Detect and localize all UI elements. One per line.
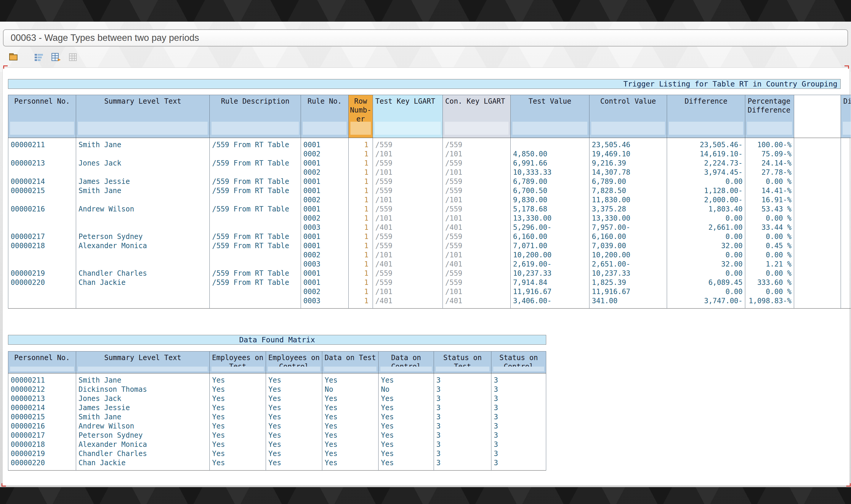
- column-header-rule-no[interactable]: Rule No.: [301, 95, 349, 138]
- cell-emp_control: Yes: [266, 449, 322, 458]
- matrix-table-row[interactable]: 00000218Alexander MonicaYesYesYesYes33: [8, 440, 546, 449]
- column-header-control-value[interactable]: Control Value: [589, 95, 667, 138]
- header-subcell: [78, 366, 208, 371]
- spreadsheet-icon[interactable]: [66, 51, 80, 64]
- cell-status_control: 3: [492, 394, 546, 403]
- cell-rule_desc: [210, 260, 301, 269]
- cell-row_num: 1: [349, 204, 373, 214]
- cell-pct_diff: 100.00-%: [745, 138, 794, 149]
- cell-personnel: 00000217: [8, 232, 76, 241]
- trigger-table-row[interactable]: 00000220Chan Jackie/559 From RT Table000…: [8, 278, 851, 287]
- cell-dif_cut: [841, 232, 851, 241]
- matrix-header-data-on-control[interactable]: Data on Control: [378, 352, 434, 373]
- column-header-rule-description[interactable]: Rule Description: [210, 95, 301, 138]
- matrix-table-row[interactable]: 00000219Chandler CharlesYesYesYesYes33: [8, 449, 546, 458]
- cell-personnel: [8, 195, 76, 204]
- trigger-table-row[interactable]: 00031/401/4015,296.00-7,957.00-2,661.003…: [8, 223, 851, 232]
- cell-personnel: [8, 214, 76, 223]
- trigger-table-row[interactable]: 00000217Peterson Sydney/559 From RT Tabl…: [8, 232, 851, 241]
- column-header-label: Difference: [668, 97, 744, 106]
- column-header-label: Test Key LGART: [375, 97, 441, 106]
- decor-band-top: [0, 0, 851, 22]
- cell-test_key: /101: [373, 287, 443, 296]
- cell-pct_diff: 0.00 %: [745, 177, 794, 186]
- trigger-table-row[interactable]: 00021/101/10111,916.6711,916.670.000.00 …: [8, 287, 851, 296]
- column-header-test-key-lgart[interactable]: Test Key LGART: [373, 95, 443, 138]
- cell-data_control: Yes: [378, 431, 434, 440]
- matrix-table-row[interactable]: 00000211Smith JaneYesYesYesYes33: [8, 373, 546, 385]
- trigger-table-row[interactable]: 00000211Smith Jane/559 From RT Table0001…: [8, 138, 851, 149]
- trigger-table-row[interactable]: 00031/401/4013,406.00-341.003,747.00-1,0…: [8, 296, 851, 309]
- folder-icon[interactable]: [6, 51, 20, 64]
- cell-difference: 32.00: [667, 260, 745, 269]
- application-toolbar: [6, 50, 80, 64]
- trigger-table-row[interactable]: 00031/401/4012,619.00-2,651.00-32.001.21…: [8, 260, 851, 269]
- cell-data_test: Yes: [322, 440, 378, 449]
- matrix-table-row[interactable]: 00000217Peterson SydneyYesYesYesYes33: [8, 431, 546, 440]
- cell-data_control: Yes: [378, 394, 434, 403]
- cell-personnel: 00000214: [8, 403, 76, 413]
- matrix-table-row[interactable]: 00000214James JessieYesYesYesYes33: [8, 403, 546, 413]
- trigger-table-row[interactable]: 00021/101/10110,200.0010,200.000.000.00 …: [8, 251, 851, 260]
- matrix-table-title-band: Data Found Matrix: [8, 335, 546, 345]
- trigger-table-row[interactable]: 00021/101/10110,333.3314,307.783,974.45-…: [8, 168, 851, 177]
- trigger-table-row[interactable]: 00000218Alexander Monica/559 From RT Tab…: [8, 241, 851, 251]
- matrix-table-row[interactable]: 00000215Smith JaneYesYesYesYes33: [8, 413, 546, 422]
- matrix-header-employees-on-control[interactable]: Employees on Control: [266, 352, 322, 373]
- cell-personnel: [8, 223, 76, 232]
- cell-difference: 32.00: [667, 241, 745, 251]
- trigger-table-row[interactable]: 00000214James Jessie/559 From RT Table00…: [8, 177, 851, 186]
- trigger-table-row[interactable]: 00021/101/1019,830.0011,830.002,000.00-1…: [8, 195, 851, 204]
- matrix-header-personnel-no[interactable]: Personnel No.: [8, 352, 76, 373]
- matrix-table-row[interactable]: 00000220Chan JackieYesYesYesYes33: [8, 458, 546, 470]
- cell-pct_diff: 75.09-%: [745, 149, 794, 159]
- cell-rule_no: 0001: [301, 138, 349, 149]
- column-header-label: Rule No.: [302, 97, 347, 106]
- trigger-table-row[interactable]: 00021/101/10113,330.0013,330.000.000.00 …: [8, 214, 851, 223]
- column-header-percentage-difference[interactable]: Percentage Difference: [745, 95, 794, 138]
- matrix-table-row[interactable]: 00000216Andrew WilsonYesYesYesYes33: [8, 422, 546, 431]
- cell-difference: 2,224.73-: [667, 159, 745, 168]
- column-header-test-value[interactable]: Test Value: [511, 95, 589, 138]
- matrix-header-status-on-test[interactable]: Status on Test: [434, 352, 492, 373]
- trigger-table-row[interactable]: 00000219Chandler Charles/559 From RT Tab…: [8, 269, 851, 278]
- cell-dif_cut: [841, 223, 851, 232]
- cell-personnel: 00000220: [8, 278, 76, 287]
- cell-row_num: 1: [349, 260, 373, 269]
- cell-difference: 1,803.40: [667, 204, 745, 214]
- cell-test_key: /559: [373, 269, 443, 278]
- export-table-icon[interactable]: [49, 51, 63, 64]
- column-header-summary-level-text[interactable]: Summary Level Text: [76, 95, 210, 138]
- cell-data_control: Yes: [378, 422, 434, 431]
- cell-summary: Smith Jane: [76, 413, 210, 422]
- cell-emp_test: Yes: [210, 403, 266, 413]
- cell-rule_no: 0003: [301, 223, 349, 232]
- cell-rule_desc: [210, 149, 301, 159]
- trigger-table-row[interactable]: 00021/101/1014,850.0019,469.1014,619.10-…: [8, 149, 851, 159]
- cell-pct_diff: 0.00 %: [745, 214, 794, 223]
- column-header-con-key-lgart[interactable]: Con. Key LGART: [443, 95, 511, 138]
- cell-gap: [794, 251, 841, 260]
- cell-summary: [76, 287, 210, 296]
- cell-rule_desc: /559 From RT Table: [210, 278, 301, 287]
- column-header-personnel-no[interactable]: Personnel No.: [8, 95, 76, 138]
- matrix-header-status-on-control[interactable]: Status on Control: [492, 352, 546, 373]
- matrix-header-data-on-test[interactable]: Data on Test: [322, 352, 378, 373]
- sort-layout-icon[interactable]: [32, 51, 46, 64]
- matrix-table-row[interactable]: 00000212Dickinson ThomasYesYesNoNo33: [8, 385, 546, 394]
- column-header-difference[interactable]: Difference: [667, 95, 745, 138]
- trigger-table-row[interactable]: 00000213Jones Jack/559 From RT Table0001…: [8, 159, 851, 168]
- matrix-table-row[interactable]: 00000213Jones JackYesYesYesYes33: [8, 394, 546, 403]
- cell-difference: 3,974.45-: [667, 168, 745, 177]
- matrix-header-summary-level-text[interactable]: Summary Level Text: [76, 352, 210, 373]
- column-header-label: Control Value: [591, 97, 666, 106]
- cell-difference: 14,619.10-: [667, 149, 745, 159]
- trigger-table-row[interactable]: 00000216Andrew Wilson/559 From RT Table0…: [8, 204, 851, 214]
- column-header-difference-clipped[interactable]: Dif: [841, 95, 851, 138]
- cell-control_value: 1,825.39: [589, 278, 667, 287]
- cell-emp_control: Yes: [266, 431, 322, 440]
- matrix-header-employees-on-test[interactable]: Employees on Test: [210, 352, 266, 373]
- trigger-table-row[interactable]: 00000215Smith Jane/559 From RT Table0001…: [8, 186, 851, 195]
- column-header-row-number[interactable]: Row Numb- er: [349, 95, 373, 138]
- cell-personnel: 00000218: [8, 241, 76, 251]
